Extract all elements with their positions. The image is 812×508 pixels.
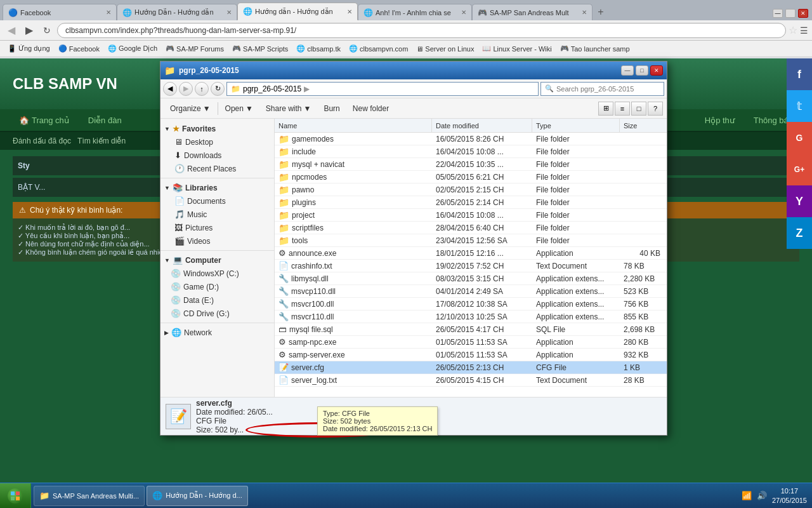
nav-item-network[interactable]: ▶ 🌐 Network (160, 326, 274, 339)
file-row-crashinfo[interactable]: 📄 crashinfo.txt 19/02/2015 7:52 CH Text … (275, 260, 667, 272)
bookmark-clbsampvn[interactable]: 🌐 clbsampvn.com (345, 43, 412, 54)
nav-item-recent[interactable]: 🕐 Recent Places (160, 162, 274, 175)
bookmark-server-linux[interactable]: 🖥 Server on Linux (412, 44, 478, 54)
tab4-close[interactable]: ✕ (461, 9, 466, 16)
back-button[interactable]: ◀ (4, 23, 19, 38)
forward-button[interactable]: ▶ (22, 23, 37, 38)
col-header-date[interactable]: Date modified (432, 119, 532, 132)
social-gmail-btn[interactable]: G (787, 122, 812, 154)
taskbar-item-browser[interactable]: 🌐 Hướng Dẫn - Hướng d... (147, 486, 248, 506)
settings-icon[interactable]: ☰ (800, 25, 808, 36)
search-box[interactable]: 🔍 (540, 82, 664, 96)
nav-item-downloads[interactable]: ⬇ Downloads (160, 149, 274, 162)
star-icon[interactable]: ☆ (789, 24, 797, 36)
file-row-mysql-sql[interactable]: 🗃 mysql file.sql 26/05/2015 4:17 CH SQL … (275, 323, 667, 336)
nav-trang-chu[interactable]: 🏠 Trang chủ (13, 113, 75, 128)
address-bar[interactable]: clbsampvn.com/index.php?threads/huong-da… (57, 23, 786, 38)
browser-minimize[interactable]: — (773, 9, 783, 18)
addr-forward-btn[interactable]: ▶ (179, 82, 193, 96)
file-row-scriptfiles[interactable]: 📁 scriptfiles 28/04/2015 6:40 CH File fo… (275, 222, 667, 234)
file-row-msvcr110[interactable]: 🔧 msvcr110.dll 12/10/2013 10:25 SA Appli… (275, 311, 667, 323)
share-with-btn[interactable]: Share with ▼ (260, 101, 317, 116)
tab-facebook-close[interactable]: ✕ (106, 9, 111, 16)
file-row-project[interactable]: 📁 project 16/04/2015 10:08 ... File fold… (275, 209, 667, 222)
nav-item-cd[interactable]: 💿 CD Drive (G:) (160, 307, 274, 320)
bookmark-linux-wiki[interactable]: 📖 Linux Server - Wiki (478, 43, 555, 54)
file-row-announce-exe[interactable]: ⚙ announce.exe 18/01/2015 12:16 ... Appl… (275, 247, 667, 260)
nav-hop-thu[interactable]: Hộp thư (698, 113, 741, 128)
bookmark-samp-forums[interactable]: 🎮 SA-MP Forums (162, 43, 228, 54)
file-row-server-cfg[interactable]: 📝 server.cfg 26/05/2015 2:13 CH CFG File… (275, 361, 667, 374)
bookmark-tao-launcher[interactable]: 🎮 Tao launcher samp (556, 43, 634, 54)
start-button[interactable] (0, 483, 31, 509)
bookmark-samp-scripts[interactable]: 🎮 SA-MP Scripts (228, 43, 292, 54)
taskbar-item-explorer[interactable]: 📁 SA-MP San Andreas Multi... (34, 486, 145, 506)
addr-up-btn[interactable]: ↑ (195, 82, 209, 96)
libraries-header[interactable]: ▼ 📚 Libraries (160, 181, 274, 194)
refresh-button[interactable]: ↻ (39, 23, 55, 38)
social-yahoo-btn[interactable]: Y (787, 185, 812, 217)
file-row-samp-server[interactable]: ⚙ samp-server.exe 01/05/2015 11:53 SA Ap… (275, 349, 667, 361)
col-header-name[interactable]: Name (275, 119, 432, 132)
file-row-plugins[interactable]: 📁 plugins 26/05/2015 2:14 CH File folder (275, 196, 667, 209)
bookmark-apps[interactable]: 📱 Ứng dụng (4, 43, 54, 54)
col-header-size[interactable]: Size (620, 119, 664, 132)
browser-maximize[interactable] (785, 9, 796, 18)
window-minimize-btn[interactable]: — (621, 65, 634, 76)
social-gplus-btn[interactable]: G+ (787, 154, 812, 185)
organize-btn[interactable]: Organize ▼ (164, 101, 216, 116)
search-input[interactable] (556, 85, 660, 93)
tab-4[interactable]: 🌐 Anh! I'm - AnhIm chia se ✕ (358, 4, 472, 20)
file-row-tools[interactable]: 📁 tools 23/04/2015 12:56 SA File folder (275, 234, 667, 247)
favorites-header[interactable]: ▼ ★ Favorites (160, 123, 274, 135)
col-header-type[interactable]: Type (532, 119, 620, 132)
file-row-npcmodes[interactable]: 📁 npcmodes 05/05/2015 6:21 CH File folde… (275, 171, 667, 184)
addr-back-btn[interactable]: ◀ (163, 82, 177, 96)
view-list-btn[interactable]: ≡ (615, 102, 630, 116)
new-folder-btn[interactable]: New folder (347, 101, 395, 116)
nav-item-data[interactable]: 💿 Data (E:) (160, 293, 274, 307)
tab5-close[interactable]: ✕ (582, 9, 587, 16)
window-close-btn[interactable]: ✕ (650, 65, 663, 76)
file-row-samp-npc[interactable]: ⚙ samp-npc.exe 01/05/2015 11:53 SA Appli… (275, 336, 667, 349)
bookmark-facebook[interactable]: 🔵 Facebook (55, 43, 103, 54)
nav-item-game[interactable]: 💿 Game (D:) (160, 280, 274, 293)
tab2-close[interactable]: ✕ (226, 9, 232, 16)
tab-active[interactable]: 🌐 Hướng dẫn - Hướng dẫn ✕ (237, 3, 358, 20)
file-row-msvcp110[interactable]: 🔧 msvcp110.dll 04/01/2014 2:49 SA Applic… (275, 285, 667, 298)
tab-5[interactable]: 🎮 SA-MP San Andreas Mult ✕ (472, 4, 593, 20)
path-bar[interactable]: 📁 pgrp_26-05-2015 ▶ (226, 82, 539, 96)
browser-close[interactable]: ✕ (798, 9, 808, 18)
social-twitter-btn[interactable]: 𝕥 (787, 90, 812, 122)
nav-item-winxp[interactable]: 💿 WindowsXP (C:) (160, 267, 274, 280)
file-row-msvcr100[interactable]: 🔧 msvcr100.dll 17/08/2012 10:38 SA Appli… (275, 298, 667, 311)
file-row-pawno[interactable]: 📁 pawno 02/05/2015 2:15 CH File folder (275, 184, 667, 196)
computer-header[interactable]: ▼ 💻 Computer (160, 253, 274, 267)
social-facebook-btn[interactable]: f (787, 58, 812, 90)
file-row-libmysql[interactable]: 🔧 libmysql.dll 08/03/2015 3:15 CH Applic… (275, 272, 667, 285)
view-details-btn[interactable]: □ (631, 102, 646, 116)
burn-btn[interactable]: Burn (318, 101, 345, 116)
bookmark-clbsamp-tk[interactable]: 🌐 clbsamp.tk (292, 43, 344, 54)
window-maximize-btn[interactable]: □ (636, 65, 648, 76)
nav-item-videos[interactable]: 🎬 Videos (160, 234, 274, 248)
social-zing-btn[interactable]: Z (787, 217, 812, 249)
bookmark-google-translate[interactable]: 🌐 Google Dịch (104, 43, 161, 54)
addr-refresh-btn[interactable]: ↻ (211, 82, 225, 96)
nav-item-documents[interactable]: 📄 Documents (160, 194, 274, 208)
file-row-include[interactable]: 📁 include 16/04/2015 10:08 ... File fold… (275, 145, 667, 158)
file-rows-scroll[interactable]: 📁 gamemodes 16/05/2015 8:26 CH File fold… (275, 133, 667, 397)
new-tab-button[interactable]: + (593, 4, 609, 20)
subnav-tim-kiem[interactable]: Tìm kiếm diễn (77, 137, 126, 145)
nav-item-desktop[interactable]: 🖥 Desktop (160, 135, 274, 149)
tab3-close[interactable]: ✕ (347, 8, 352, 15)
nav-item-music[interactable]: 🎵 Music (160, 208, 274, 221)
help-btn[interactable]: ? (648, 102, 663, 116)
subnav-danh-dau[interactable]: Đánh dấu đã đọc (13, 137, 71, 145)
file-row-mysql-navicat[interactable]: 📁 mysql + navicat 22/04/2015 10:35 ... F… (275, 158, 667, 171)
file-row-gamemodes[interactable]: 📁 gamemodes 16/05/2015 8:26 CH File fold… (275, 133, 667, 145)
view-icons-btn[interactable]: ⊞ (598, 102, 613, 116)
tab-2[interactable]: 🌐 Hướng Dẫn - Hướng dẫn ✕ (117, 4, 237, 20)
nav-item-pictures[interactable]: 🖼 Pictures (160, 221, 274, 234)
nav-dien-dan[interactable]: Diễn đàn (82, 113, 128, 128)
